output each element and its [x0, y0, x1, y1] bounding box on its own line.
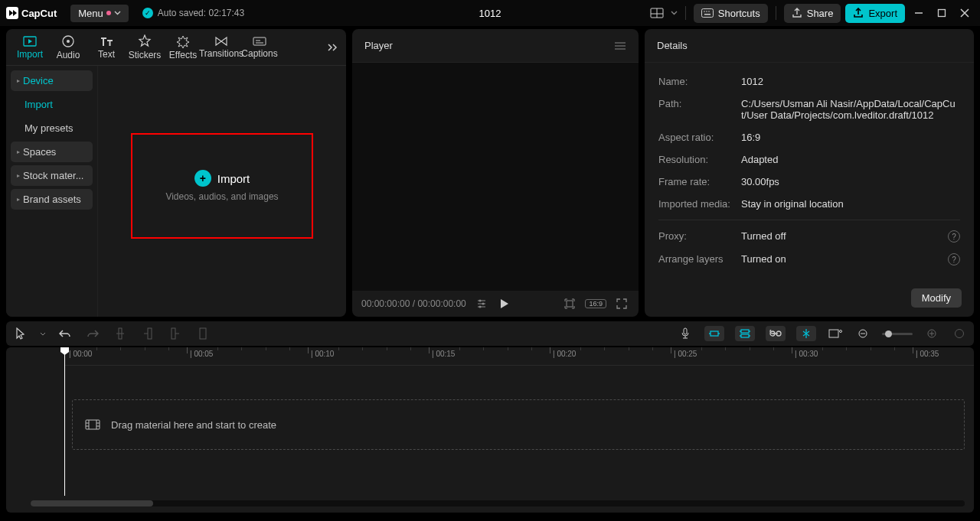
- tab-effects[interactable]: Effects: [164, 31, 202, 63]
- d-layers-label: Arrange layers: [658, 253, 741, 265]
- stickers-icon: [138, 34, 152, 48]
- chevron-down-icon[interactable]: [40, 332, 46, 336]
- tree-stock[interactable]: ▸Stock mater...: [11, 165, 93, 186]
- maximize-button[interactable]: [933, 4, 951, 22]
- player-header: Player: [352, 29, 639, 63]
- player-viewport[interactable]: [352, 63, 639, 291]
- info-icon[interactable]: ?: [948, 230, 960, 243]
- tab-audio[interactable]: Audio: [49, 31, 87, 63]
- d-res-value: Adapted: [741, 154, 960, 165]
- modify-button[interactable]: Modify: [911, 288, 962, 308]
- svg-rect-29: [148, 328, 152, 339]
- check-icon: ✓: [142, 8, 153, 18]
- link-button[interactable]: [766, 326, 786, 341]
- share-button[interactable]: Share: [784, 4, 841, 23]
- timeline-dropzone[interactable]: Drag material here and start to create: [72, 399, 965, 450]
- player-timecode: 00:00:00:00 / 00:00:00:00: [361, 298, 466, 309]
- menu-button[interactable]: Menu: [70, 5, 129, 22]
- split-button: [112, 325, 129, 342]
- magnet-all-button[interactable]: [735, 326, 755, 341]
- tab-stickers[interactable]: Stickers: [126, 31, 164, 63]
- d-imported-value: Stay in original location: [741, 198, 960, 210]
- svg-rect-35: [710, 331, 718, 336]
- playhead[interactable]: [64, 347, 65, 496]
- pointer-tool[interactable]: [12, 325, 29, 342]
- export-button[interactable]: Export: [845, 4, 905, 23]
- close-button[interactable]: [956, 4, 974, 22]
- tree-import[interactable]: Import: [11, 94, 93, 115]
- zoom-in-button[interactable]: [923, 325, 940, 342]
- app-logo: CapCut: [6, 7, 57, 19]
- import-subtitle: Videos, audios, and images: [165, 191, 278, 202]
- captions-icon: [252, 36, 267, 47]
- chevron-down-icon: [114, 11, 121, 15]
- tab-captions[interactable]: Captions: [240, 33, 279, 62]
- import-dropzone[interactable]: + Import Videos, audios, and images: [131, 133, 313, 239]
- info-icon[interactable]: ?: [948, 253, 960, 265]
- text-icon: [100, 35, 113, 47]
- svg-rect-48: [829, 330, 838, 337]
- import-title: Import: [217, 172, 250, 185]
- player-title: Player: [364, 40, 393, 51]
- timeline-ruler[interactable]: | 00:00| 00:05| 00:10| 00:15| 00:20| 00:…: [64, 347, 974, 366]
- app-name: CapCut: [21, 8, 57, 19]
- chevron-down-icon[interactable]: [671, 11, 678, 15]
- tab-text[interactable]: Text: [87, 32, 126, 63]
- svg-rect-8: [704, 14, 710, 15]
- d-fps-label: Frame rate:: [658, 176, 741, 187]
- titlebar: CapCut Menu ✓ Auto saved: 02:17:43 1012 …: [0, 0, 980, 26]
- chevrons-right-icon: [327, 43, 338, 52]
- tree-brand[interactable]: ▸Brand assets: [11, 189, 93, 210]
- tree-device[interactable]: ▸Device: [11, 70, 93, 91]
- d-path-label: Path:: [658, 98, 741, 121]
- aspect-ratio-badge[interactable]: 16:9: [585, 299, 606, 308]
- svg-point-7: [708, 11, 710, 12]
- svg-rect-10: [939, 10, 946, 17]
- drop-hint-text: Drag material here and start to create: [111, 419, 276, 431]
- magnet-main-button[interactable]: [704, 326, 724, 341]
- fullscreen-button[interactable]: [614, 296, 629, 311]
- timeline-scrollbar[interactable]: [31, 500, 965, 506]
- tab-import[interactable]: Import: [11, 32, 49, 63]
- d-layers-value: Turned on: [741, 253, 943, 265]
- preview-track-button[interactable]: [827, 325, 844, 342]
- shortcuts-button[interactable]: Shortcuts: [694, 4, 768, 23]
- svg-rect-56: [86, 420, 100, 429]
- play-button[interactable]: [497, 296, 512, 311]
- svg-point-24: [482, 303, 484, 305]
- zoom-slider[interactable]: [882, 333, 913, 335]
- delete-button: [194, 325, 211, 342]
- minimize-button[interactable]: [910, 4, 928, 22]
- timeline-toolbar: [6, 321, 974, 346]
- undo-button[interactable]: [57, 325, 74, 342]
- d-aspect-label: Aspect ratio:: [658, 132, 741, 143]
- snap-button[interactable]: [796, 326, 816, 341]
- svg-point-49: [840, 331, 842, 333]
- svg-point-6: [706, 11, 707, 12]
- svg-point-25: [479, 306, 481, 308]
- tab-transitions[interactable]: Transitions: [202, 33, 240, 62]
- d-proxy-label: Proxy:: [658, 230, 741, 243]
- details-header: Details: [645, 29, 974, 63]
- scale-button[interactable]: [562, 296, 577, 311]
- more-tabs-button[interactable]: [323, 38, 341, 57]
- zoom-fit-button[interactable]: [951, 325, 968, 342]
- hamburger-icon[interactable]: [614, 41, 626, 50]
- tree-spaces[interactable]: ▸Spaces: [11, 142, 93, 162]
- player-settings-icon[interactable]: [474, 296, 489, 311]
- timeline: | 00:00| 00:05| 00:10| 00:15| 00:20| 00:…: [6, 347, 974, 513]
- zoom-out-button[interactable]: [854, 325, 871, 342]
- mic-button[interactable]: [677, 325, 694, 342]
- trim-left-button: [139, 325, 156, 342]
- d-imported-label: Imported media:: [658, 198, 741, 210]
- svg-rect-14: [253, 37, 266, 45]
- import-icon: [22, 35, 38, 47]
- project-title: 1012: [479, 8, 501, 19]
- layout-button[interactable]: [648, 4, 666, 22]
- audio-icon: [61, 34, 75, 48]
- effects-icon: [176, 34, 190, 48]
- tree-my-presets[interactable]: My presets: [11, 118, 93, 138]
- track-area: Drag material here and start to create: [6, 366, 974, 513]
- details-panel: Details Name:1012 Path:C:/Users/Usman Al…: [645, 29, 974, 317]
- player-panel: Player 00:00:00:00 / 00:00:00:00 16:9: [352, 29, 639, 317]
